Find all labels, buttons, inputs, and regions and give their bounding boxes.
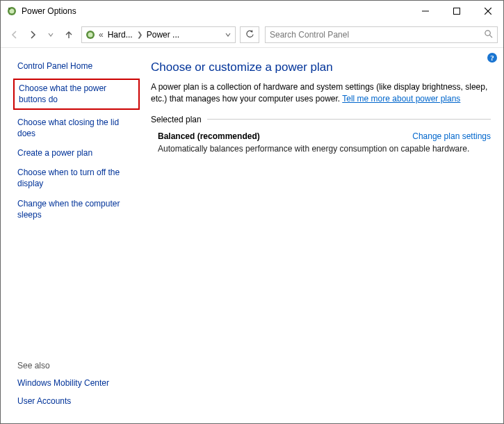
titlebar: Power Options — [1, 1, 503, 22]
sidebar-item-label: Choose what closing the lid does — [17, 117, 137, 139]
sidebar-item-label: Choose when to turn off the display — [17, 167, 137, 189]
svg-point-9 — [485, 30, 490, 35]
navigation-toolbar: « Hard... ❯ Power ... Search Control Pan… — [1, 22, 503, 48]
control-panel-home-link[interactable]: Control Panel Home — [17, 60, 140, 72]
power-options-icon — [85, 29, 96, 40]
main-panel: Choose or customize a power plan A power… — [147, 48, 503, 423]
minimize-button[interactable] — [409, 1, 441, 22]
content-area: ? Control Panel Home Choose what the pow… — [1, 48, 503, 423]
sidebar-item-label: Create a power plan — [17, 147, 137, 158]
sidebar-item-power-buttons[interactable]: Choose what the power buttons do — [13, 79, 140, 109]
back-button[interactable] — [6, 26, 23, 43]
change-plan-settings-link[interactable]: Change plan settings — [412, 131, 491, 141]
section-title: Selected plan — [151, 115, 202, 124]
svg-rect-4 — [453, 8, 460, 15]
sidebar-item-label: Change when the computer sleeps — [17, 198, 137, 220]
divider — [207, 119, 491, 120]
window-title: Power Options — [22, 6, 409, 16]
breadcrumb-prefix: « — [99, 30, 105, 40]
see-also-user-accounts[interactable]: User Accounts — [17, 396, 140, 407]
power-options-window: Power Options « Hard... ❯ — [0, 0, 504, 424]
sidebar-item-computer-sleeps[interactable]: Change when the computer sleeps — [17, 198, 140, 220]
see-also-heading: See also — [17, 361, 140, 370]
sidebar-item-create-plan[interactable]: Create a power plan — [17, 147, 140, 158]
svg-line-10 — [489, 35, 492, 38]
close-button[interactable] — [472, 1, 503, 22]
chevron-down-icon[interactable] — [222, 30, 234, 40]
sidebar-item-turn-off-display[interactable]: Choose when to turn off the display — [17, 167, 140, 189]
plan-name: Balanced (recommended) — [158, 131, 260, 141]
learn-more-link[interactable]: Tell me more about power plans — [342, 94, 460, 104]
breadcrumb-item[interactable]: Hard... — [105, 30, 136, 40]
sidebar-item-label: Choose what the power buttons do — [19, 83, 134, 105]
see-also-mobility-center[interactable]: Windows Mobility Center — [17, 377, 140, 389]
plan-row: Balanced (recommended) Change plan setti… — [151, 131, 491, 154]
chevron-right-icon[interactable]: ❯ — [136, 31, 144, 38]
svg-rect-2 — [8, 8, 10, 10]
sidebar: Control Panel Home Choose what the power… — [1, 48, 147, 423]
power-options-icon — [6, 6, 17, 17]
plan-description: Automatically balances performance with … — [158, 144, 491, 154]
page-heading: Choose or customize a power plan — [151, 60, 491, 74]
refresh-button[interactable] — [240, 26, 259, 43]
search-input[interactable]: Search Control Panel — [265, 26, 498, 43]
svg-text:?: ? — [490, 54, 494, 62]
breadcrumb-item[interactable]: Power ... — [144, 30, 182, 40]
svg-point-8 — [88, 32, 93, 37]
search-placeholder: Search Control Panel — [270, 30, 484, 40]
help-icon[interactable]: ? — [487, 52, 498, 63]
forward-button[interactable] — [24, 26, 41, 43]
up-button[interactable] — [60, 26, 77, 43]
recent-dropdown[interactable] — [42, 26, 59, 43]
search-icon — [484, 29, 493, 40]
page-description: A power plan is a collection of hardware… — [151, 81, 491, 105]
address-bar[interactable]: « Hard... ❯ Power ... — [81, 26, 236, 43]
selected-plan-section: Selected plan Balanced (recommended) Cha… — [151, 115, 491, 154]
maximize-button[interactable] — [441, 1, 472, 22]
sidebar-item-closing-lid[interactable]: Choose what closing the lid does — [17, 117, 140, 139]
